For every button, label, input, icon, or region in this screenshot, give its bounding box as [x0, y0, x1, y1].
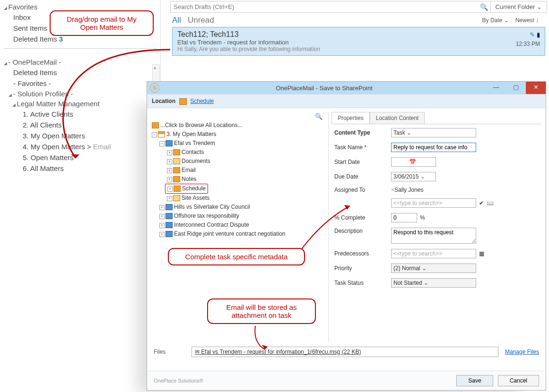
callout3-pointer	[251, 324, 279, 352]
priority-label: Priority	[334, 265, 391, 272]
content-type-label: Content Type	[334, 129, 391, 136]
callout2-pointer	[293, 202, 355, 254]
email-subject: Efal vs Trendem - request for informatio…	[177, 39, 540, 46]
sort-newest[interactable]: Newest ↓	[515, 17, 545, 24]
due-date-label: Due Date	[334, 173, 391, 180]
maximize-button[interactable]: ▢	[506, 82, 526, 94]
email-preview: Hi Sally, Are you able to provide the fo…	[177, 46, 540, 52]
description-input[interactable]	[391, 228, 476, 244]
email-item[interactable]: ✎ ▮ Tech112; Tech113 Efal vs Trendem - r…	[172, 27, 545, 56]
task-name-label: Task Name *	[334, 144, 391, 151]
percent-complete-input[interactable]	[391, 213, 417, 222]
location-icon	[179, 98, 187, 105]
email-time: 12:33 PM	[516, 41, 540, 47]
edit-icon: ✎	[530, 31, 535, 38]
manage-files-link[interactable]: Manage Files	[505, 349, 539, 355]
location-link[interactable]: Schedule	[190, 98, 214, 104]
msg-icon: ✉	[195, 349, 200, 355]
filter-all[interactable]: All	[172, 16, 188, 25]
search-input[interactable]	[171, 1, 478, 12]
task-status-label: Task Status	[334, 280, 391, 286]
save-button[interactable]: Save	[456, 375, 493, 386]
properties-pane: Properties Location Content Content Type…	[328, 112, 541, 342]
predecessors-input[interactable]: <<type to search>>	[391, 249, 476, 258]
assigned-to-search[interactable]: <<type to search>>	[391, 198, 476, 208]
priority-select[interactable]: (2) Normal	[391, 264, 476, 273]
tree-schedule-selected: +Schedule	[165, 184, 208, 194]
arrow-drag	[57, 35, 180, 172]
start-date-label: Start Date	[334, 159, 391, 165]
dialog-title: OnePlaceMail - Save to SharePoint	[162, 85, 486, 92]
search-scope[interactable]: Current Folder	[490, 1, 547, 12]
email-to: Tech112; Tech113	[177, 30, 540, 39]
assigned-to-label: Assigned To	[334, 187, 391, 193]
location-bar: Location Schedule	[147, 94, 546, 108]
search-icon[interactable]: 🔍	[478, 3, 490, 11]
callout-drag-drop: Drag/drop email to My Open Matters	[50, 10, 154, 36]
footer-brand: OnePlace Solutions®	[154, 378, 452, 383]
start-date-input[interactable]: 📅	[391, 157, 436, 167]
filter-unread[interactable]: Unread	[188, 16, 214, 25]
files-row: Files ✉ Efal vs Trendem - request for in…	[147, 342, 546, 362]
task-name-input[interactable]	[391, 143, 476, 152]
attached-file[interactable]: ✉ Efal vs Trendem - request for informat…	[192, 347, 498, 357]
sort-by-date[interactable]: By Date	[482, 17, 515, 24]
browse-icon[interactable]: 📖	[487, 200, 494, 206]
callout-metadata: Complete task specific metadata	[168, 248, 305, 265]
category-flag: ▮	[537, 31, 540, 38]
close-button[interactable]: ✕	[526, 82, 546, 94]
minimize-button[interactable]: —	[486, 82, 506, 94]
search-row: 🔍 Current Folder	[170, 1, 547, 13]
files-label: Files	[154, 349, 192, 355]
mail-list-pane: 🔍 Current Folder All Unread By Date Newe…	[170, 0, 547, 56]
tab-properties[interactable]: Properties	[331, 112, 370, 124]
task-status-select[interactable]: Not Started	[391, 278, 476, 288]
due-date-input[interactable]: 3/06/2015	[391, 172, 436, 181]
predecessors-browse-icon[interactable]: ▦	[479, 250, 484, 257]
check-names-icon[interactable]: ✔	[479, 200, 484, 206]
cancel-button[interactable]: Cancel	[498, 375, 539, 386]
tab-location-content[interactable]: Location Content	[370, 112, 425, 124]
title-bar: S OnePlaceMail - Save to SharePoint — ▢ …	[147, 82, 546, 94]
content-type-select[interactable]: Task	[391, 128, 476, 137]
callout-attachment: Email will be stored as attachment on ta…	[207, 298, 316, 324]
